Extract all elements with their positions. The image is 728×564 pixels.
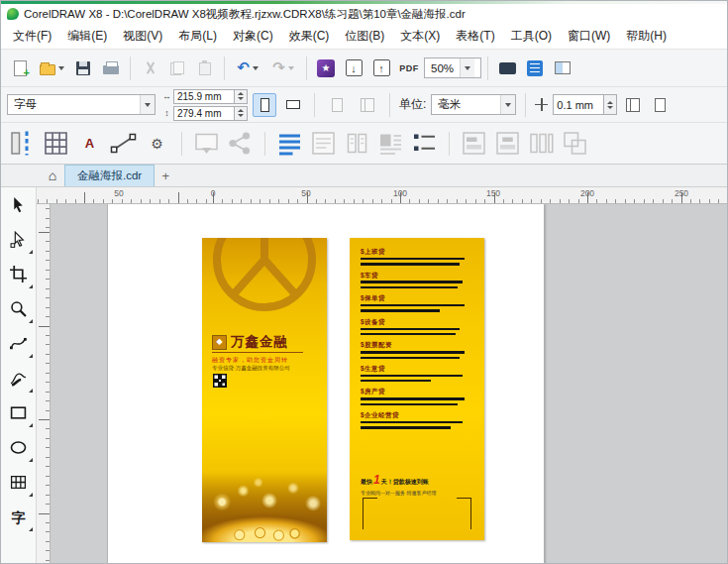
import-icon: ↓ <box>346 59 363 76</box>
vertical-ruler[interactable] <box>37 204 51 564</box>
loan-text-line <box>361 281 463 282</box>
undo-button[interactable]: ↶ <box>231 55 264 81</box>
new-document-button[interactable]: + <box>7 55 33 81</box>
align-center-button[interactable] <box>494 130 521 157</box>
page-width-row: ↔ 215.9 mm <box>160 89 248 104</box>
align-left-button[interactable] <box>461 130 487 157</box>
ruler-label: 250 <box>675 188 688 198</box>
import-button[interactable]: ↓ <box>341 55 366 81</box>
fullscreen-icon <box>499 62 516 74</box>
publish-pdf-button[interactable]: PDF <box>396 55 422 81</box>
current-page-settings-button[interactable] <box>324 91 350 118</box>
cut-button[interactable] <box>137 55 162 81</box>
flyout-arrow-icon <box>29 493 33 497</box>
document-tab-active[interactable]: 金融海报.cdr <box>64 165 155 186</box>
rectangle-tool[interactable] <box>1 395 36 430</box>
fullscreen-preview-button[interactable] <box>494 55 520 81</box>
units-dropdown-button[interactable] <box>500 95 515 114</box>
menu-item[interactable]: 表格(T) <box>448 24 502 49</box>
menu-item[interactable]: 编辑(E) <box>59 24 115 49</box>
landscape-orientation-button[interactable] <box>281 93 305 117</box>
menu-item[interactable]: 对象(C) <box>225 24 281 49</box>
toolbar-separator <box>264 132 265 156</box>
menu-item[interactable]: 文本(X) <box>392 24 448 49</box>
show-rulers-button[interactable] <box>522 55 548 81</box>
horizontal-ruler[interactable]: 50050100150200250 <box>37 187 727 204</box>
page-height-stepper[interactable] <box>235 106 248 121</box>
save-button[interactable] <box>70 55 96 81</box>
portrait-orientation-button[interactable] <box>253 93 276 117</box>
duplicate-distance-button[interactable] <box>622 94 644 116</box>
distribute-objects-button[interactable] <box>528 130 555 157</box>
columns-button[interactable] <box>344 130 370 157</box>
freehand-tool[interactable] <box>1 326 36 361</box>
artistic-media-tool[interactable] <box>1 361 36 395</box>
poster-right-object[interactable]: $上班贷 $车贷 <box>350 238 484 540</box>
window-layout-button[interactable] <box>550 55 575 81</box>
pick-tool-icon <box>10 196 27 213</box>
page-height-icon: ↕ <box>160 109 173 118</box>
menu-item[interactable]: 帮助(H) <box>618 24 675 49</box>
zoom-dropdown-button[interactable] <box>460 58 474 77</box>
loan-text-line <box>361 286 458 288</box>
menu-item[interactable]: 布局(L) <box>170 24 225 49</box>
rulers-icon <box>527 60 543 76</box>
share-button[interactable] <box>227 130 254 157</box>
units-select[interactable]: 毫米 <box>431 94 516 115</box>
app-launcher-icon: ★ <box>317 59 335 77</box>
publish-icon <box>193 130 220 157</box>
redo-button[interactable]: ↷ <box>266 55 300 81</box>
snap-to-objects-button[interactable] <box>110 130 137 157</box>
page-height-input[interactable]: 279.4 mm <box>173 106 235 121</box>
grid-setup-button[interactable] <box>43 130 69 157</box>
bulleted-list-button[interactable] <box>411 130 438 157</box>
open-document-button[interactable] <box>35 55 68 81</box>
print-button[interactable] <box>98 55 124 81</box>
page-width-stepper[interactable] <box>235 89 248 104</box>
graph-paper-tool[interactable] <box>1 465 36 500</box>
treat-as-filled-button[interactable] <box>649 94 671 116</box>
spin-up-icon <box>238 92 244 95</box>
page-width-input[interactable]: 215.9 mm <box>173 89 235 104</box>
shape-tool[interactable] <box>1 222 36 257</box>
publish-to-web-button[interactable] <box>193 130 220 157</box>
menu-item[interactable]: 文件(F) <box>5 24 59 49</box>
paste-button[interactable] <box>192 55 218 81</box>
guidelines-setup-button[interactable] <box>9 130 36 157</box>
crop-tool[interactable] <box>1 257 36 291</box>
character-formatting-button[interactable]: A <box>76 130 103 157</box>
welcome-home-button[interactable]: ⌂ <box>41 165 64 186</box>
options-button[interactable]: ⚙ <box>144 130 170 157</box>
landscape-icon <box>286 100 300 109</box>
drop-cap-button[interactable] <box>377 130 404 157</box>
menu-item[interactable]: 窗口(W) <box>560 24 618 49</box>
copy-button[interactable] <box>164 55 190 81</box>
page-size-preset-select[interactable]: 字母 <box>7 94 156 115</box>
company-name: 专业信贷·万鑫金融投资有限公司 <box>212 365 290 372</box>
all-pages-settings-button[interactable] <box>355 91 380 118</box>
app-launcher-button[interactable]: ★ <box>313 55 339 81</box>
justify-text-button[interactable] <box>276 130 303 157</box>
poster-left-object[interactable]: ◆ 万鑫金融 融资专家，助您资金周转 专业信贷·万鑫金融投资有限公司 <box>202 238 327 542</box>
ellipse-tool[interactable] <box>1 430 36 465</box>
menu-item[interactable]: 视图(V) <box>115 24 170 49</box>
text-frame-button[interactable] <box>310 130 337 157</box>
drawing-canvas[interactable]: ◆ 万鑫金融 融资专家，助您资金周转 专业信贷·万鑫金融投资有限公司 <box>51 204 727 564</box>
coin-pile-image <box>220 527 310 541</box>
group-objects-button[interactable] <box>562 130 588 157</box>
drop-cap-icon <box>377 130 404 157</box>
export-button[interactable]: ↑ <box>368 55 394 81</box>
new-tab-button[interactable]: + <box>155 165 176 186</box>
nudge-stepper[interactable] <box>604 94 617 115</box>
nudge-distance-input[interactable]: 0.1 mm <box>553 94 604 115</box>
toolbar-separator <box>389 93 390 117</box>
zoom-level-select[interactable]: 50% <box>424 57 481 78</box>
text-tool[interactable]: 字 <box>1 500 36 534</box>
zoom-tool[interactable] <box>1 291 36 326</box>
menu-item[interactable]: 位图(B) <box>337 24 392 49</box>
menu-item[interactable]: 效果(C) <box>281 24 338 49</box>
spin-down-icon <box>238 97 244 100</box>
preset-dropdown-button[interactable] <box>140 95 155 114</box>
pick-tool[interactable] <box>1 187 36 222</box>
menu-item[interactable]: 工具(O) <box>503 24 560 49</box>
